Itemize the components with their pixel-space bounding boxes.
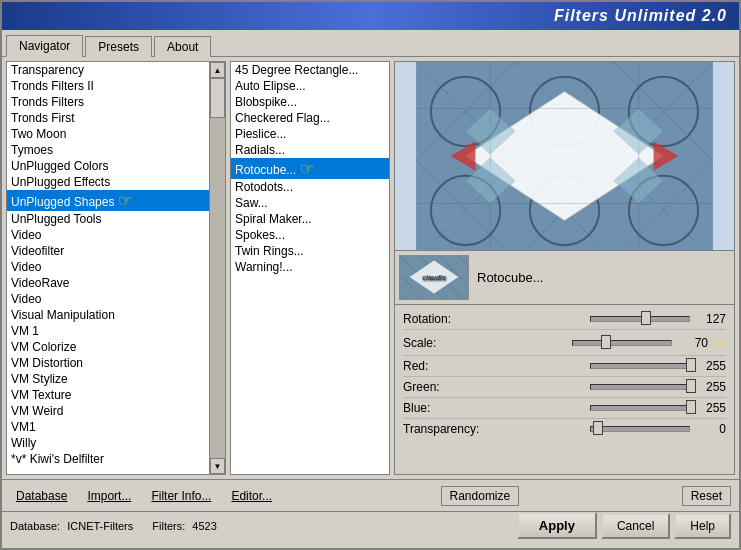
database-button[interactable]: Database bbox=[10, 487, 73, 505]
filter-list-item[interactable]: VM Distortion bbox=[7, 355, 209, 371]
filter-list-scrollbar[interactable]: ▲ ▼ bbox=[209, 62, 225, 474]
subfilter-list-item[interactable]: Pieslice... bbox=[231, 126, 389, 142]
filter-preview-label: Rotocube... bbox=[477, 270, 544, 285]
app-title: Filters Unlimited 2.0 bbox=[554, 7, 727, 25]
help-button[interactable]: Help bbox=[674, 513, 731, 539]
filter-list-item[interactable]: VM1 bbox=[7, 419, 209, 435]
filter-list-item[interactable]: Tymoes bbox=[7, 142, 209, 158]
subfilter-list-item[interactable]: Spiral Maker... bbox=[231, 211, 389, 227]
scroll-up-btn[interactable]: ▲ bbox=[210, 62, 225, 78]
tab-navigator[interactable]: Navigator bbox=[6, 35, 83, 57]
filter-list-item[interactable]: Willy bbox=[7, 435, 209, 451]
param-name: Transparency: bbox=[403, 422, 479, 436]
subfilter-list-item[interactable]: Radials... bbox=[231, 142, 389, 158]
subfilter-list-item[interactable]: Warning!... bbox=[231, 259, 389, 275]
filter-list-item[interactable]: VM 1 bbox=[7, 323, 209, 339]
param-row: Scale:70☞ bbox=[403, 330, 726, 356]
right-panel: claudis Rotocube... Rotation:127Scale:70… bbox=[394, 61, 735, 475]
filter-list-item[interactable]: Tronds First bbox=[7, 110, 209, 126]
param-value: 127 bbox=[696, 312, 726, 326]
slider-thumb[interactable] bbox=[686, 358, 696, 372]
param-slider-track[interactable] bbox=[590, 405, 690, 411]
preview-image bbox=[395, 62, 734, 250]
main-content: TransparencyTronds Filters IITronds Filt… bbox=[2, 57, 739, 479]
param-slider-track[interactable] bbox=[590, 384, 690, 390]
param-name: Scale: bbox=[403, 336, 436, 350]
param-slider-track[interactable] bbox=[572, 340, 672, 346]
status-info: Database: ICNET-Filters Filters: 4523 bbox=[10, 520, 517, 532]
slider-thumb[interactable] bbox=[686, 400, 696, 414]
param-slider-track[interactable] bbox=[590, 363, 690, 369]
tab-presets[interactable]: Presets bbox=[85, 36, 152, 57]
action-buttons: Apply Cancel Help bbox=[517, 512, 731, 539]
filter-list-item[interactable]: Video bbox=[7, 227, 209, 243]
param-row: Green:255 bbox=[403, 377, 726, 398]
filter-list-item[interactable]: Video bbox=[7, 259, 209, 275]
param-value: 255 bbox=[696, 380, 726, 394]
svg-text:claudis: claudis bbox=[422, 274, 446, 281]
filter-list-item[interactable]: Tronds Filters II bbox=[7, 78, 209, 94]
subfilter-list-item[interactable]: Spokes... bbox=[231, 227, 389, 243]
bottom-toolbar: Database Import... Filter Info... Editor… bbox=[2, 479, 739, 511]
tab-about[interactable]: About bbox=[154, 36, 211, 57]
filter-list-item[interactable]: Transparency bbox=[7, 62, 209, 78]
subfilter-list-item[interactable]: Blobspike... bbox=[231, 94, 389, 110]
filter-list-item[interactable]: VM Stylize bbox=[7, 371, 209, 387]
subfilter-list-item[interactable]: Saw... bbox=[231, 195, 389, 211]
filter-list-item[interactable]: VideoRave bbox=[7, 275, 209, 291]
scroll-down-btn[interactable]: ▼ bbox=[210, 458, 225, 474]
slider-thumb[interactable] bbox=[686, 379, 696, 393]
filter-list-item[interactable]: UnPlugged Tools bbox=[7, 211, 209, 227]
cancel-button[interactable]: Cancel bbox=[601, 513, 670, 539]
status-bar: Database: ICNET-Filters Filters: 4523 Ap… bbox=[2, 511, 739, 539]
param-row: Transparency:0 bbox=[403, 419, 726, 439]
filter-category-panel: TransparencyTronds Filters IITronds Filt… bbox=[6, 61, 226, 475]
filter-list: TransparencyTronds Filters IITronds Filt… bbox=[7, 62, 209, 474]
param-value: 255 bbox=[696, 359, 726, 373]
filter-list-item[interactable]: UnPlugged Colors bbox=[7, 158, 209, 174]
param-value: 70 bbox=[678, 336, 708, 350]
filter-list-item[interactable]: Video bbox=[7, 291, 209, 307]
tabs-row: Navigator Presets About bbox=[2, 30, 739, 57]
param-slider-track[interactable] bbox=[590, 426, 690, 432]
thumbnail-row: claudis Rotocube... bbox=[394, 251, 735, 305]
filter-thumbnail: claudis bbox=[399, 255, 469, 300]
scroll-thumb[interactable] bbox=[210, 78, 225, 118]
hand-cursor-icon: ☞ bbox=[712, 333, 726, 352]
slider-thumb[interactable] bbox=[593, 421, 603, 435]
filter-list-item[interactable]: *v* Kiwi's Delfilter bbox=[7, 451, 209, 467]
subfilter-list-item[interactable]: Twin Rings... bbox=[231, 243, 389, 259]
title-bar: Filters Unlimited 2.0 bbox=[2, 2, 739, 30]
params-area: Rotation:127Scale:70☞Red:255Green:255Blu… bbox=[394, 305, 735, 475]
filter-list-item[interactable]: Visual Manipulation bbox=[7, 307, 209, 323]
subfilter-panel: 45 Degree Rectangle...Auto Elipse...Blob… bbox=[230, 61, 390, 475]
editor-button[interactable]: Editor... bbox=[225, 487, 278, 505]
slider-thumb[interactable] bbox=[601, 335, 611, 349]
param-row: Rotation:127 bbox=[403, 309, 726, 330]
filters-label: Filters: bbox=[152, 520, 185, 532]
preview-area bbox=[394, 61, 735, 251]
database-value: ICNET-Filters bbox=[67, 520, 133, 532]
import-button[interactable]: Import... bbox=[81, 487, 137, 505]
subfilter-list-item[interactable]: Rotodots... bbox=[231, 179, 389, 195]
randomize-button[interactable]: Randomize bbox=[441, 486, 520, 506]
subfilter-list-item[interactable]: 45 Degree Rectangle... bbox=[231, 62, 389, 78]
filter-list-item[interactable]: VM Weird bbox=[7, 403, 209, 419]
slider-thumb[interactable] bbox=[641, 311, 651, 325]
filter-list-item[interactable]: Videofilter bbox=[7, 243, 209, 259]
filter-list-item[interactable]: Tronds Filters bbox=[7, 94, 209, 110]
filter-list-item[interactable]: UnPlugged Effects bbox=[7, 174, 209, 190]
apply-button[interactable]: Apply bbox=[517, 512, 597, 539]
param-name: Green: bbox=[403, 380, 440, 394]
filter-list-item[interactable]: VM Colorize bbox=[7, 339, 209, 355]
param-row: Red:255 bbox=[403, 356, 726, 377]
subfilter-list-item[interactable]: Rotocube...☞ bbox=[231, 158, 389, 179]
filter-list-item[interactable]: VM Texture bbox=[7, 387, 209, 403]
subfilter-list-item[interactable]: Checkered Flag... bbox=[231, 110, 389, 126]
subfilter-list-item[interactable]: Auto Elipse... bbox=[231, 78, 389, 94]
filter-list-item[interactable]: UnPlugged Shapes☞ bbox=[7, 190, 209, 211]
param-slider-track[interactable] bbox=[590, 316, 690, 322]
filter-info-button[interactable]: Filter Info... bbox=[145, 487, 217, 505]
filter-list-item[interactable]: Two Moon bbox=[7, 126, 209, 142]
reset-button[interactable]: Reset bbox=[682, 486, 731, 506]
